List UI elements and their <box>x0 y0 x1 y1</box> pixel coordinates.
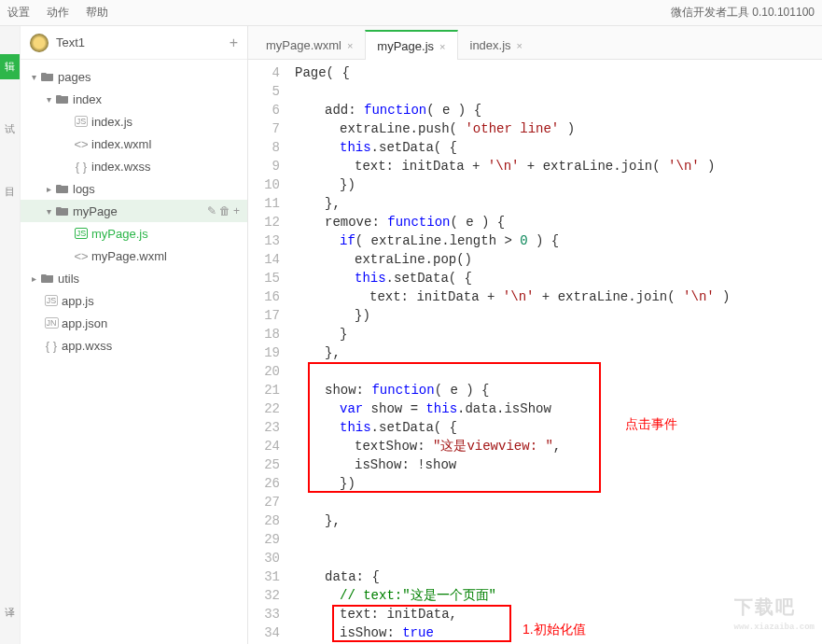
code-line[interactable] <box>295 530 822 549</box>
tree-label: myPage.wxml <box>91 249 240 263</box>
menu-settings[interactable]: 设置 <box>7 5 30 21</box>
file-icon: JN <box>43 317 60 329</box>
tree-label: index.js <box>91 115 240 129</box>
editor-area: myPage.wxml × myPage.js × index.js × 456… <box>248 26 822 644</box>
editor-tab[interactable]: myPage.js × <box>365 30 457 60</box>
code-line[interactable]: text: initData + '\n' + extraLine.join( … <box>295 157 822 175</box>
file-icon <box>54 205 71 217</box>
code-line[interactable] <box>295 549 822 567</box>
tree-row[interactable]: { } app.wxss <box>21 334 247 357</box>
tree-delete-icon[interactable]: 🗑 <box>219 204 230 217</box>
code-area[interactable]: 4567891011121314151617181920212223242526… <box>248 60 822 644</box>
window-title: 微信开发者工具 0.10.101100 <box>671 5 815 21</box>
left-rail: 辑 试 目 译 <box>0 26 21 644</box>
tree-label: pages <box>58 70 240 84</box>
code-line[interactable]: this.setData( { <box>295 138 822 157</box>
caret-icon: ▾ <box>43 94 54 105</box>
close-icon[interactable]: × <box>439 41 445 52</box>
code-line[interactable]: }, <box>295 343 822 362</box>
code-line[interactable] <box>295 493 822 511</box>
code-content[interactable]: Page( { add: function( e ) {extraLine.pu… <box>289 60 822 644</box>
code-line[interactable]: Page( { <box>295 63 822 82</box>
tree-edit-icon[interactable]: ✎ <box>207 204 216 217</box>
caret-icon: ▾ <box>28 72 39 82</box>
code-line[interactable]: text: initData + '\n' + extraLine.join( … <box>295 287 822 306</box>
file-icon: JS <box>43 295 60 306</box>
file-icon: { } <box>73 160 90 174</box>
code-line[interactable]: }) <box>295 306 822 325</box>
avatar[interactable] <box>30 34 49 52</box>
code-line[interactable]: data: { <box>295 567 822 586</box>
add-project-button[interactable]: + <box>230 35 238 51</box>
tree-add-icon[interactable]: + <box>233 204 240 217</box>
tree-label: app.json <box>62 316 240 330</box>
project-name: Text1 <box>56 35 230 49</box>
tree-row[interactable]: <> index.wxml <box>21 133 247 155</box>
rail-edit[interactable]: 辑 <box>0 54 20 79</box>
tree-row[interactable]: <> myPage.wxml <box>21 245 247 267</box>
editor-tabs: myPage.wxml × myPage.js × index.js × <box>248 26 822 60</box>
tree-label: utils <box>58 272 240 286</box>
code-line[interactable]: text: initData, <box>295 605 822 623</box>
file-icon <box>54 183 71 194</box>
file-icon: { } <box>43 339 60 353</box>
menubar: 设置 动作 帮助 微信开发者工具 0.10.101100 <box>0 0 822 26</box>
tree-row[interactable]: JS app.js <box>21 289 247 312</box>
code-line[interactable]: extraLine.push( 'other line' ) <box>295 119 822 138</box>
caret-icon: ▾ <box>43 206 54 217</box>
sidebar: Text1 + ▾ pages ▾ index JS index.js <> i… <box>21 26 248 644</box>
code-line[interactable]: isShow: true <box>295 623 822 642</box>
code-line[interactable]: show: function( e ) { <box>295 381 822 399</box>
file-icon <box>39 273 56 284</box>
rail-compile[interactable]: 译 <box>0 600 20 625</box>
file-icon <box>54 93 71 105</box>
rail-project[interactable]: 目 <box>0 179 20 204</box>
code-line[interactable]: textShow: "这是viewview: ", <box>295 437 822 455</box>
code-line[interactable]: if( extraLine.length > 0 ) { <box>295 231 822 250</box>
tree-row[interactable]: ▾ myPage ✎🗑+ <box>21 200 247 222</box>
code-line[interactable]: remove: function( e ) { <box>295 213 822 231</box>
tree-row[interactable]: JS myPage.js <box>21 222 247 245</box>
code-line[interactable]: }, <box>295 194 822 213</box>
code-line[interactable]: add: function( e ) { <box>295 101 822 119</box>
tree-row[interactable]: ▸ logs <box>21 177 247 200</box>
tab-label: index.js <box>470 38 511 52</box>
file-icon: <> <box>73 249 90 263</box>
code-line[interactable]: this.setData( { <box>295 418 822 437</box>
editor-tab[interactable]: index.js × <box>458 30 536 59</box>
tab-label: myPage.js <box>377 39 434 53</box>
code-line[interactable]: }, <box>295 511 822 530</box>
code-line[interactable] <box>295 362 822 381</box>
rail-debug[interactable]: 试 <box>0 117 20 142</box>
file-tree: ▾ pages ▾ index JS index.js <> index.wxm… <box>21 60 247 644</box>
tree-row[interactable]: ▾ index <box>21 88 247 110</box>
tree-label: index.wxss <box>91 160 240 174</box>
tree-row[interactable]: JS index.js <box>21 110 247 133</box>
tree-label: app.wxss <box>62 339 240 353</box>
code-line[interactable]: }) <box>295 175 822 194</box>
code-line[interactable]: isShow: !show <box>295 455 822 474</box>
code-line[interactable]: this.setData( { <box>295 269 822 287</box>
gutter: 4567891011121314151617181920212223242526… <box>248 60 289 644</box>
menu-help[interactable]: 帮助 <box>86 5 108 21</box>
close-icon[interactable]: × <box>347 40 353 51</box>
code-line[interactable]: }) <box>295 474 822 493</box>
code-line[interactable]: // text:"这是一个页面" <box>295 586 822 605</box>
tree-label: index.wxml <box>91 137 240 151</box>
tree-label: myPage.js <box>91 227 240 241</box>
code-line[interactable]: } <box>295 325 822 343</box>
editor-tab[interactable]: myPage.wxml × <box>254 30 365 59</box>
code-line[interactable] <box>295 82 822 101</box>
tree-label: myPage <box>73 204 207 218</box>
tree-row[interactable]: { } index.wxss <box>21 155 247 177</box>
code-line[interactable]: extraLine.pop() <box>295 250 822 269</box>
close-icon[interactable]: × <box>517 40 522 51</box>
code-line[interactable]: var show = this.data.isShow <box>295 399 822 418</box>
tree-label: logs <box>73 182 240 196</box>
tree-row[interactable]: JN app.json <box>21 312 247 334</box>
sidebar-header: Text1 + <box>21 26 247 60</box>
caret-icon: ▸ <box>43 184 54 194</box>
tree-row[interactable]: ▸ utils <box>21 267 247 289</box>
tree-row[interactable]: ▾ pages <box>21 65 247 88</box>
menu-actions[interactable]: 动作 <box>47 5 69 21</box>
